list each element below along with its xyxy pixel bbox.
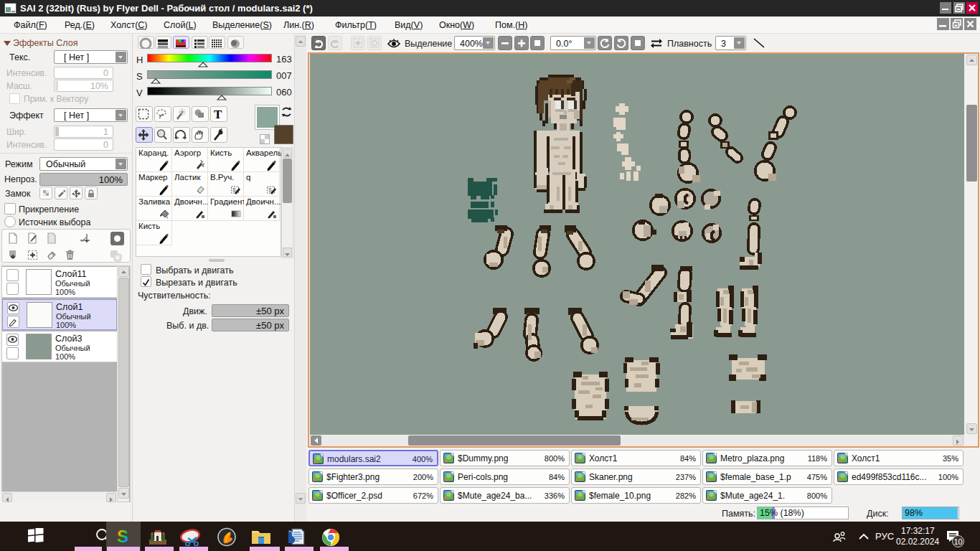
svg-text:S: S [232, 187, 236, 192]
svg-text:S: S [268, 187, 272, 192]
svg-text:S: S [117, 527, 128, 545]
svg-text:T: T [214, 108, 222, 121]
